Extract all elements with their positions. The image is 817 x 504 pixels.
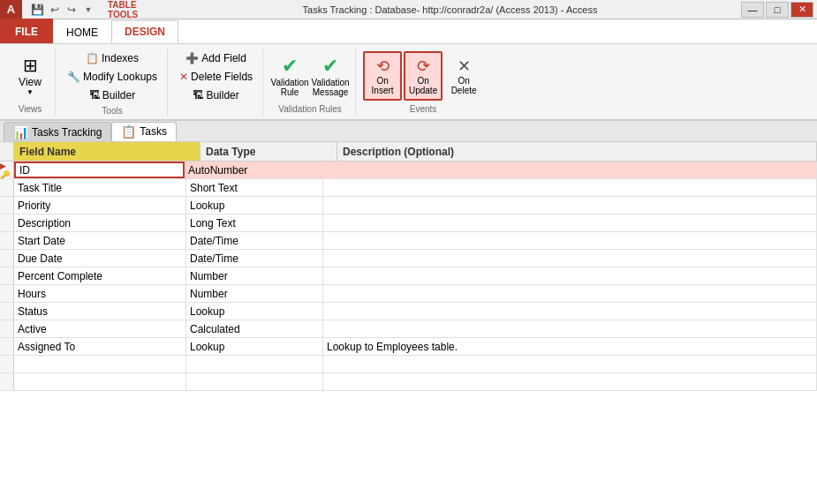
view-button[interactable]: ⊞ View ▼ xyxy=(11,51,49,101)
field-name-cell-4[interactable]: Description xyxy=(14,214,186,231)
add-field-icon: ➕ xyxy=(185,52,199,64)
row-indicator-6 xyxy=(0,250,14,267)
qat-dropdown-icon[interactable]: ▼ xyxy=(81,3,95,17)
on-update-icon: ⟳ xyxy=(417,56,430,76)
builder2-button[interactable]: 🏗 Builder xyxy=(188,87,243,104)
field-name-cell-10[interactable]: Active xyxy=(14,320,186,337)
description-cell-12 xyxy=(323,356,817,372)
add-field-button[interactable]: ➕ Add Field xyxy=(181,49,251,67)
minimize-button[interactable]: — xyxy=(741,2,764,18)
row-indicator-8 xyxy=(0,285,14,302)
data-type-cell-9: Lookup xyxy=(186,303,323,320)
qat-buttons: 💾 ↩ ↪ ▼ xyxy=(26,2,101,18)
redo-qat-icon[interactable]: ↪ xyxy=(64,3,79,17)
tasks-tab-icon: 📋 xyxy=(121,124,136,139)
description-cell-8 xyxy=(323,285,817,302)
field-name-header: Field Name xyxy=(14,142,200,161)
ribbon-group-events: ⟲ OnInsert ⟳ OnUpdate ✕ OnDelete Events xyxy=(358,48,488,116)
field-name-cell-13[interactable] xyxy=(14,373,186,390)
on-delete-button[interactable]: ✕ OnDelete xyxy=(444,51,483,101)
row-indicator-2 xyxy=(0,179,14,196)
undo-qat-icon[interactable]: ↩ xyxy=(48,3,62,17)
table-row[interactable]: Percent Complete Number xyxy=(0,267,817,285)
on-insert-button[interactable]: ⟲ OnInsert xyxy=(363,51,402,101)
quick-access-toolbar: A 💾 ↩ ↪ ▼ TABLE TOOLS xyxy=(0,0,159,19)
delete-fields-label: Delete Fields xyxy=(191,71,253,83)
delete-fields-button[interactable]: ✕ Delete Fields xyxy=(175,68,257,86)
doc-tab-tasks-tracking[interactable]: 📊 Tasks Tracking xyxy=(4,122,111,141)
table-row[interactable]: Due Date Date/Time xyxy=(0,250,817,267)
row-indicator-3 xyxy=(0,197,14,214)
doc-tab-tasks[interactable]: 📋 Tasks xyxy=(111,122,177,141)
row-indicator-7 xyxy=(0,267,14,284)
data-type-cell-4: Long Text xyxy=(186,214,323,231)
description-cell-11: Lookup to Employees table. xyxy=(323,338,817,355)
field-name-cell-2[interactable]: Task Title xyxy=(14,179,186,196)
table-row[interactable]: Assigned To Lookup Lookup to Employees t… xyxy=(0,338,817,356)
view-dropdown-arrow: ▼ xyxy=(26,88,34,96)
field-name-cell-5[interactable]: Start Date xyxy=(14,232,186,249)
description-cell-5 xyxy=(323,232,817,249)
row-indicator-5 xyxy=(0,232,14,249)
table-row[interactable]: Status Lookup xyxy=(0,303,817,320)
field-name-cell-7[interactable]: Percent Complete xyxy=(14,267,186,284)
field-name-cell-8[interactable]: Hours xyxy=(14,285,186,302)
table-row[interactable] xyxy=(0,373,817,391)
tasks-tab-label: Tasks xyxy=(140,125,167,138)
tab-file[interactable]: FILE xyxy=(0,19,53,43)
description-cell-4 xyxy=(323,214,817,231)
builder-button[interactable]: 🏗 Builder xyxy=(85,87,140,104)
data-type-cell-10: Calculated xyxy=(186,320,323,337)
data-type-cell-1: AutoNumber xyxy=(185,162,322,178)
tools-buttons: 📋 Indexes 🔧 Modify Lookups 🏗 Builder xyxy=(63,49,162,104)
save-qat-icon[interactable]: 💾 xyxy=(31,3,45,17)
indexes-button[interactable]: 📋 Indexes xyxy=(81,49,143,67)
row-indicator-9 xyxy=(0,303,14,320)
on-insert-label: OnInsert xyxy=(372,76,394,95)
views-buttons: ⊞ View ▼ xyxy=(11,49,49,102)
validation-message-button[interactable]: ✔ ValidationMessage xyxy=(311,51,350,101)
table-row[interactable]: Task Title Short Text xyxy=(0,179,817,197)
table-row[interactable]: ▶🔑 ID AutoNumber xyxy=(0,162,817,179)
tab-design[interactable]: DESIGN xyxy=(111,20,178,43)
table-row[interactable]: Active Calculated xyxy=(0,320,817,338)
tools-group-label: Tools xyxy=(102,104,122,116)
modify-lookups-button[interactable]: 🔧 Modify Lookups xyxy=(63,68,162,86)
modify-lookups-label: Modify Lookups xyxy=(83,71,157,83)
on-update-button[interactable]: ⟳ OnUpdate xyxy=(404,51,443,101)
ribbon: FILE HOME DESIGN ⊞ View ▼ Views 📋 Indexe… xyxy=(0,19,817,121)
tasks-tracking-tab-label: Tasks Tracking xyxy=(32,126,102,139)
table-row[interactable]: Description Long Text xyxy=(0,214,817,232)
data-type-cell-11: Lookup xyxy=(186,338,323,355)
tab-home[interactable]: HOME xyxy=(53,20,111,43)
row-indicator-11 xyxy=(0,338,14,355)
field-name-cell-3[interactable]: Priority xyxy=(14,197,186,214)
row-indicator-1: ▶🔑 xyxy=(0,162,14,178)
ribbon-group-add-delete: ➕ Add Field ✕ Delete Fields 🏗 Builder xyxy=(170,48,263,116)
description-cell-9 xyxy=(323,303,817,320)
validation-rule-label: ValidationRule xyxy=(270,78,308,97)
close-button[interactable]: ✕ xyxy=(791,2,813,18)
table-row[interactable] xyxy=(0,356,817,373)
add-field-label: Add Field xyxy=(201,52,246,64)
data-type-cell-13 xyxy=(186,373,323,390)
field-name-cell-6[interactable]: Due Date xyxy=(14,250,186,267)
table-row[interactable]: Priority Lookup xyxy=(0,197,817,214)
field-name-cell-12[interactable] xyxy=(14,356,186,372)
table-row[interactable]: Hours Number xyxy=(0,285,817,303)
validation-rule-button[interactable]: ✔ ValidationRule xyxy=(270,51,309,101)
table-row[interactable]: Start Date Date/Time xyxy=(0,232,817,250)
data-type-cell-8: Number xyxy=(186,285,323,302)
indexes-label: Indexes xyxy=(102,52,139,64)
main-content: Field Name Data Type Description (Option… xyxy=(0,142,817,504)
row-indicator-4 xyxy=(0,214,14,231)
field-name-cell-1[interactable]: ID xyxy=(14,162,185,178)
maximize-button[interactable]: □ xyxy=(766,2,789,18)
window-controls: — □ ✕ xyxy=(741,2,817,18)
validation-message-icon: ✔ xyxy=(322,55,338,78)
validation-rule-icon: ✔ xyxy=(282,55,298,78)
field-name-cell-11[interactable]: Assigned To xyxy=(14,338,186,355)
field-name-cell-9[interactable]: Status xyxy=(14,303,186,320)
table-header: Field Name Data Type Description (Option… xyxy=(0,142,817,162)
add-delete-buttons: ➕ Add Field ✕ Delete Fields 🏗 Builder xyxy=(175,49,257,112)
